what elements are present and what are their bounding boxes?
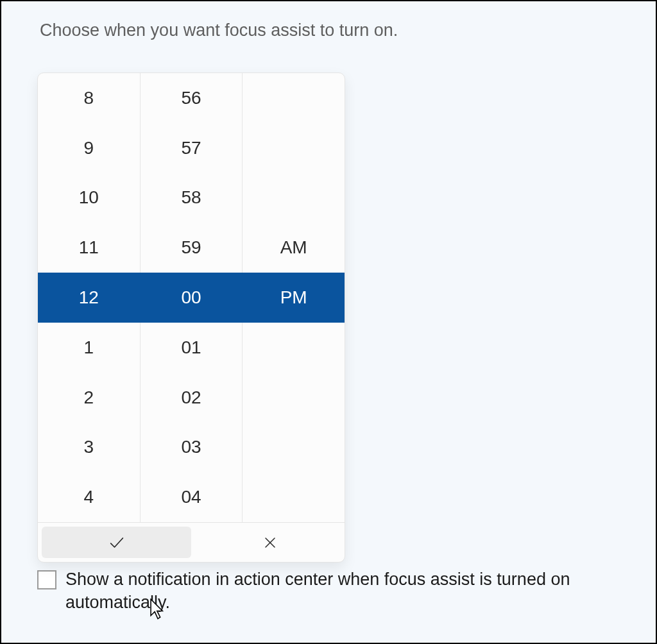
dismiss-button[interactable] — [195, 523, 345, 562]
minute-column[interactable]: 56 57 58 59 00 01 02 03 04 — [141, 73, 243, 522]
hour-option[interactable]: 1 — [38, 323, 140, 373]
minute-option[interactable]: 57 — [141, 123, 243, 173]
minute-option[interactable]: 02 — [141, 373, 243, 423]
period-option — [243, 472, 345, 522]
period-option — [243, 373, 345, 423]
hour-option[interactable]: 9 — [38, 123, 140, 173]
notification-checkbox[interactable] — [37, 570, 56, 589]
time-picker-popup: 8 9 10 11 12 1 2 3 4 56 57 58 59 00 01 0… — [37, 72, 345, 563]
hour-option[interactable]: 11 — [38, 223, 140, 273]
period-option — [243, 173, 345, 223]
minute-option-selected[interactable]: 00 — [141, 273, 243, 323]
picker-button-bar — [38, 522, 345, 562]
minute-option[interactable]: 01 — [141, 323, 243, 373]
notification-checkbox-label: Show a notification in action center whe… — [65, 568, 617, 614]
hour-column[interactable]: 8 9 10 11 12 1 2 3 4 — [38, 73, 141, 522]
hour-option[interactable]: 10 — [38, 173, 140, 223]
page-description: Choose when you want focus assist to tur… — [40, 21, 617, 40]
minute-option[interactable]: 56 — [141, 73, 243, 123]
hour-option-selected[interactable]: 12 — [38, 273, 140, 323]
time-picker: 8 9 10 11 12 1 2 3 4 56 57 58 59 00 01 0… — [37, 72, 345, 563]
period-option — [243, 323, 345, 373]
period-option — [243, 73, 345, 123]
minute-option[interactable]: 59 — [141, 223, 243, 273]
minute-option[interactable]: 58 — [141, 173, 243, 223]
accept-button[interactable] — [42, 527, 191, 558]
period-option-pm[interactable]: PM — [243, 273, 345, 323]
period-option — [243, 422, 345, 472]
hour-option[interactable]: 3 — [38, 422, 140, 472]
hour-option[interactable]: 8 — [38, 73, 140, 123]
minute-option[interactable]: 03 — [141, 422, 243, 472]
period-column[interactable]: AM PM — [243, 73, 345, 522]
hour-option[interactable]: 2 — [38, 373, 140, 423]
close-icon — [262, 535, 278, 550]
minute-option[interactable]: 04 — [141, 472, 243, 522]
period-option-am[interactable]: AM — [243, 223, 345, 273]
hour-option[interactable]: 4 — [38, 472, 140, 522]
check-icon — [108, 534, 126, 552]
period-option — [243, 123, 345, 173]
notification-checkbox-row: Show a notification in action center whe… — [37, 568, 617, 614]
